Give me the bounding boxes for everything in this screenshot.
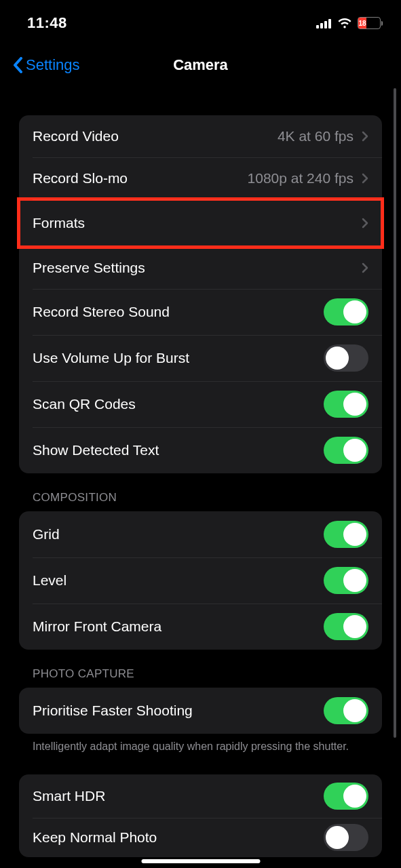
svg-rect-2 <box>324 21 327 28</box>
svg-rect-0 <box>316 25 319 28</box>
toggle-mirror[interactable] <box>324 613 368 640</box>
label-keep-normal: Keep Normal Photo <box>33 829 157 846</box>
value-record-video: 4K at 60 fps <box>278 128 354 144</box>
group-photo-capture-2: Smart HDR Keep Normal Photo <box>19 774 382 857</box>
status-icons: 18 <box>316 17 381 29</box>
row-smart-hdr[interactable]: Smart HDR <box>19 774 382 818</box>
toggle-level[interactable] <box>324 567 368 594</box>
scroll-indicator[interactable] <box>394 88 396 738</box>
navbar: Settings Camera <box>0 45 401 85</box>
label-smart-hdr: Smart HDR <box>33 788 105 804</box>
back-button[interactable]: Settings <box>12 56 80 74</box>
row-record-slomo[interactable]: Record Slo-mo 1080p at 240 fps <box>19 157 382 199</box>
chevron-right-icon <box>362 173 368 184</box>
row-keep-normal[interactable]: Keep Normal Photo <box>19 818 382 857</box>
label-record-video: Record Video <box>33 128 119 144</box>
battery-icon: 18 <box>358 17 381 29</box>
toggle-scan-qr[interactable] <box>324 391 368 418</box>
group-composition: Grid Level Mirror Front Camera <box>19 511 382 650</box>
group-main: Record Video 4K at 60 fps Record Slo-mo … <box>19 115 382 473</box>
row-detected-text[interactable]: Show Detected Text <box>19 427 382 473</box>
chevron-right-icon <box>362 131 368 142</box>
row-prioritise-faster[interactable]: Prioritise Faster Shooting <box>19 688 382 734</box>
toggle-detected-text[interactable] <box>324 437 368 464</box>
label-detected-text: Show Detected Text <box>33 442 159 458</box>
label-formats: Formats <box>33 215 85 231</box>
label-record-stereo: Record Stereo Sound <box>33 304 170 320</box>
row-record-video[interactable]: Record Video 4K at 60 fps <box>19 115 382 157</box>
row-volume-burst[interactable]: Use Volume Up for Burst <box>19 335 382 381</box>
label-prioritise-faster: Prioritise Faster Shooting <box>33 703 193 719</box>
header-photo-capture: Photo Capture <box>19 650 382 688</box>
label-record-slomo: Record Slo-mo <box>33 170 128 186</box>
value-record-slomo: 1080p at 240 fps <box>248 170 354 186</box>
label-level: Level <box>33 572 66 589</box>
wifi-icon <box>337 18 352 28</box>
chevron-left-icon <box>12 57 23 73</box>
page-title: Camera <box>173 56 228 74</box>
status-time: 11:48 <box>27 14 67 32</box>
row-mirror[interactable]: Mirror Front Camera <box>19 604 382 650</box>
status-bar: 11:48 18 <box>0 0 401 41</box>
label-mirror: Mirror Front Camera <box>33 618 161 635</box>
header-composition: Composition <box>19 473 382 511</box>
back-label: Settings <box>26 56 80 74</box>
label-scan-qr: Scan QR Codes <box>33 396 136 412</box>
toggle-prioritise-faster[interactable] <box>324 697 368 724</box>
row-scan-qr[interactable]: Scan QR Codes <box>19 381 382 427</box>
toggle-volume-burst[interactable] <box>324 344 368 372</box>
chevron-right-icon <box>362 218 368 229</box>
row-level[interactable]: Level <box>19 557 382 604</box>
svg-rect-1 <box>320 23 323 28</box>
label-preserve-settings: Preserve Settings <box>33 260 145 276</box>
group-photo-capture-1: Prioritise Faster Shooting <box>19 688 382 734</box>
battery-percent: 18 <box>358 18 366 28</box>
cellular-icon <box>316 18 332 28</box>
row-preserve-settings[interactable]: Preserve Settings <box>19 247 382 289</box>
row-record-stereo[interactable]: Record Stereo Sound <box>19 289 382 335</box>
row-grid[interactable]: Grid <box>19 511 382 557</box>
label-grid: Grid <box>33 526 60 542</box>
chevron-right-icon <box>362 262 368 273</box>
label-volume-burst: Use Volume Up for Burst <box>33 350 189 366</box>
footer-prioritise: Intelligently adapt image quality when r… <box>19 734 382 754</box>
home-indicator[interactable] <box>141 859 260 863</box>
toggle-record-stereo[interactable] <box>324 298 368 326</box>
toggle-smart-hdr[interactable] <box>324 783 368 810</box>
row-formats[interactable]: Formats <box>19 199 382 247</box>
toggle-keep-normal[interactable] <box>324 824 368 851</box>
svg-rect-3 <box>328 19 331 28</box>
toggle-grid[interactable] <box>324 521 368 548</box>
